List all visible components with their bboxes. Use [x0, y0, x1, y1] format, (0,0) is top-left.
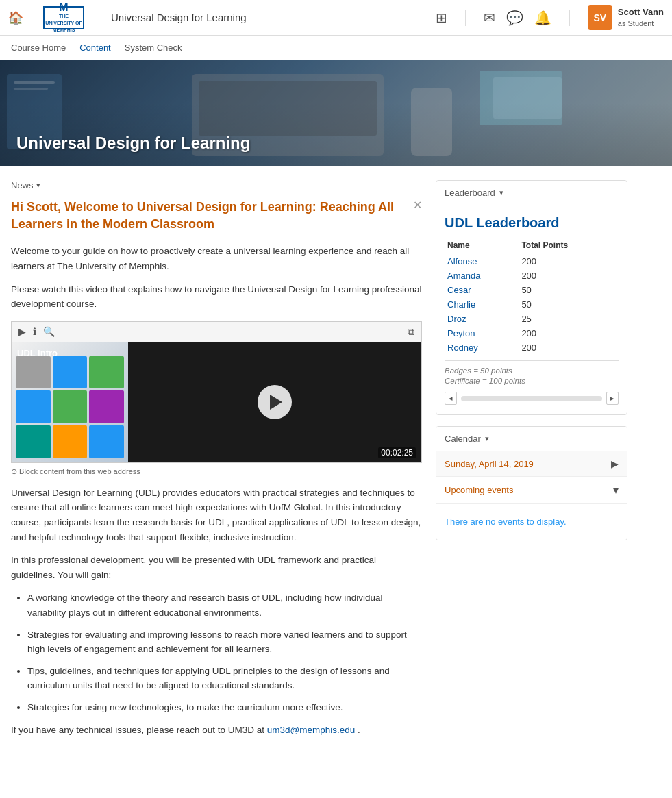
lb-points: 200 [519, 340, 619, 355]
news-header: News ▾ [11, 180, 422, 190]
news-label: News [11, 180, 34, 190]
chat-icon[interactable]: 💬 [506, 10, 523, 26]
leaderboard-table: Name Total Points Alfonse200Amanda200Ces… [445, 239, 619, 355]
content-link[interactable]: Content [79, 42, 111, 53]
lb-scroll-area: ◂ ▸ [445, 392, 619, 405]
leaderboard-row: Peyton200 [445, 326, 619, 340]
lb-points: 50 [519, 283, 619, 297]
user-menu[interactable]: SV Scott Vann as Student [588, 5, 664, 30]
play-control-icon[interactable]: ▶ [18, 326, 26, 337]
university-logo: M THE UNIVERSITY OFMEMPHIS [43, 6, 84, 29]
leaderboard-row: Charlie50 [445, 297, 619, 312]
no-events-box: There are no events to display. [436, 504, 627, 540]
list-item: Strategies for evaluating and improving … [27, 627, 422, 657]
lb-name: Peyton [445, 326, 519, 340]
lb-points: 25 [519, 312, 619, 326]
calendar-date: Sunday, April 14, 2019 [445, 459, 534, 469]
leaderboard-row: Rodney200 [445, 340, 619, 355]
bullet-list: A working knowledge of the theory and re… [27, 590, 422, 714]
lb-divider [445, 360, 619, 361]
contact-text: If you have any technical issues, please… [11, 725, 264, 735]
lb-name: Droz [445, 312, 519, 326]
video-caption: ⊙ Block content from this web address [11, 467, 422, 476]
info-icon[interactable]: ℹ [33, 326, 36, 337]
body-paragraph-2: In this professional development, you wi… [11, 553, 422, 582]
calendar-card: Calendar ▾ Sunday, April 14, 2019 ▶ Upco… [436, 426, 627, 540]
svg-rect-4 [14, 81, 55, 84]
lb-name: Cesar [445, 283, 519, 297]
lb-col-points: Total Points [519, 239, 619, 254]
lb-points: 50 [519, 297, 619, 312]
lb-name: Charlie [445, 297, 519, 312]
video-duration: 00:02:25 [378, 447, 416, 458]
lb-scroll-right-btn[interactable]: ▸ [606, 392, 619, 405]
contact-email-link[interactable]: um3d@memphis.edu [267, 725, 356, 735]
nav-right-icons: ⊞ ✉ 💬 🔔 SV Scott Vann as Student [436, 5, 664, 30]
leaderboard-card-header: Leaderboard ▾ [436, 181, 627, 205]
calendar-header-label: Calendar [445, 434, 481, 444]
lb-footnote-badges: Badges = 50 points [445, 366, 619, 375]
external-link-icon[interactable]: ⧉ [408, 326, 414, 338]
nav-divider-1 [36, 8, 36, 28]
course-title: Universal Design for Learning [111, 12, 247, 23]
user-name: Scott Vann [618, 7, 664, 18]
upcoming-label: Upcoming events [445, 485, 513, 495]
nav-divider-4 [569, 10, 570, 26]
leaderboard-card-body: UDL Leaderboard Name Total Points Alfons… [436, 205, 627, 414]
svg-rect-7 [493, 77, 562, 119]
lb-name: Alfonse [445, 254, 519, 269]
welcome-title: Hi Scott, Welcome to Universal Design fo… [11, 199, 422, 233]
lb-points: 200 [519, 254, 619, 269]
user-role: as Student [618, 18, 664, 28]
video-screen: UDL Intro 00: [12, 342, 421, 462]
top-navigation: 🏠 M THE UNIVERSITY OFMEMPHIS Universal D… [0, 0, 672, 36]
video-controls: ▶ ℹ 🔍 ⧉ [12, 322, 421, 342]
intro-paragraph-2: Please watch this video that explains ho… [11, 282, 422, 312]
leaderboard-card: Leaderboard ▾ UDL Leaderboard Name Total… [436, 180, 627, 415]
bell-icon[interactable]: 🔔 [534, 10, 551, 26]
course-home-link[interactable]: Course Home [11, 42, 66, 53]
sidebar: Leaderboard ▾ UDL Leaderboard Name Total… [436, 180, 627, 738]
play-button[interactable] [258, 385, 292, 419]
content-area: News ▾ ✕ Hi Scott, Welcome to Universal … [11, 180, 436, 738]
svg-rect-5 [14, 88, 48, 90]
system-check-link[interactable]: System Check [125, 42, 182, 53]
leaderboard-title: UDL Leaderboard [445, 215, 619, 231]
mail-icon[interactable]: ✉ [484, 10, 495, 26]
upcoming-events-row: Upcoming events ▾ [436, 477, 627, 504]
no-events-text: There are no events to display. [445, 516, 567, 527]
lb-scrollbar[interactable] [461, 396, 602, 401]
leaderboard-row: Cesar50 [445, 283, 619, 297]
upcoming-chevron-icon[interactable]: ▾ [613, 484, 619, 497]
lb-col-name: Name [445, 239, 519, 254]
leaderboard-row: Amanda200 [445, 269, 619, 283]
body-paragraph-1: Universal Design for Learning (UDL) prov… [11, 486, 422, 545]
user-info: Scott Vann as Student [618, 7, 664, 28]
leaderboard-row: Alfonse200 [445, 254, 619, 269]
home-icon[interactable]: 🏠 [8, 10, 23, 25]
course-navigation: Course Home Content System Check [0, 36, 672, 60]
calendar-next-icon[interactable]: ▶ [611, 458, 619, 469]
calendar-card-header: Calendar ▾ [436, 427, 627, 451]
lb-name: Amanda [445, 269, 519, 283]
video-player: ▶ ℹ 🔍 ⧉ UDL Intro [11, 321, 422, 463]
banner-title: Universal Design for Learning [16, 134, 250, 153]
lb-scroll-left-btn[interactable]: ◂ [445, 392, 457, 405]
lb-points: 200 [519, 269, 619, 283]
leaderboard-chevron-icon[interactable]: ▾ [499, 188, 503, 197]
logo-box: M THE UNIVERSITY OFMEMPHIS [43, 6, 84, 29]
video-play-area[interactable]: 00:02:25 [128, 342, 421, 462]
lb-name: Rodney [445, 340, 519, 355]
news-chevron-icon[interactable]: ▾ [36, 181, 40, 190]
svg-rect-1 [199, 81, 377, 136]
list-item: Tips, guidelines, and techniques for app… [27, 664, 422, 693]
calendar-chevron-icon[interactable]: ▾ [485, 434, 489, 443]
intro-paragraph-1: Welcome to your guide on how to proactiv… [11, 244, 422, 273]
calendar-date-row: Sunday, April 14, 2019 ▶ [436, 451, 627, 477]
video-thumbnail [12, 342, 128, 462]
close-button[interactable]: ✕ [413, 199, 422, 212]
svg-rect-2 [411, 88, 452, 156]
contact-period: . [358, 725, 360, 735]
grid-icon[interactable]: ⊞ [436, 10, 447, 26]
search-control-icon[interactable]: 🔍 [43, 326, 55, 337]
